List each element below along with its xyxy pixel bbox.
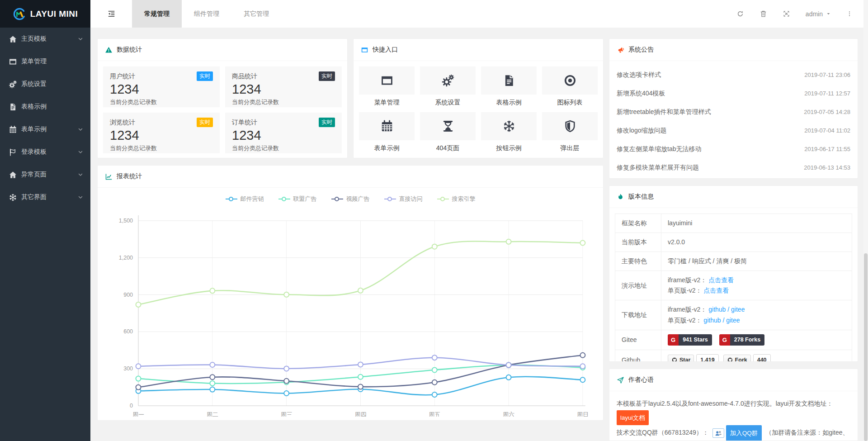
card-title: 快捷入口 — [373, 46, 398, 54]
github-star-count[interactable]: 1,419 — [696, 354, 718, 362]
shield-icon — [563, 119, 577, 133]
version-row-label: Gitee — [615, 330, 661, 350]
github-star-button[interactable]: Star — [668, 355, 694, 362]
legend-item-union-ads[interactable]: 联盟广告 — [278, 195, 317, 203]
download-link-github[interactable]: github — [708, 306, 726, 313]
svg-text:600: 600 — [123, 328, 133, 335]
topbar-actions: admin — [736, 10, 868, 18]
tab-component-manage[interactable]: 组件管理 — [182, 0, 231, 28]
notice-item[interactable]: 修改logo缩放问题2019-07-04 11:02 — [617, 121, 850, 140]
quick-tile-system-settings[interactable]: 系统设置 — [420, 66, 476, 107]
quick-tile-button-demo[interactable]: 按钮示例 — [481, 112, 537, 152]
quick-tile-popup-layer[interactable]: 弹出层 — [542, 112, 598, 152]
svg-text:900: 900 — [123, 292, 133, 298]
quick-tile-form-demo[interactable]: 表单示例 — [359, 112, 415, 152]
download-link-gitee[interactable]: gitee — [731, 306, 745, 313]
legend-item-search-engine[interactable]: 搜索引擎 — [437, 195, 476, 203]
svg-text:周三: 周三 — [281, 411, 292, 417]
stat-box-users[interactable]: 用户统计实时 1234 当前分类总记录数 — [103, 66, 220, 107]
sidebar-item-error-pages[interactable]: 异常页面 — [0, 163, 90, 186]
fullscreen-icon[interactable] — [783, 10, 790, 18]
author-card: 作者心语 本模板基于layui2.5.4以及font-awesome-4.7.0… — [609, 369, 858, 441]
stats-card: 数据统计 用户统计实时 1234 当前分类总记录数 商品统计实时 1234 当前… — [97, 38, 348, 158]
demo-link-iframe[interactable]: 点击查看 — [708, 276, 734, 284]
quick-card-header: 快捷入口 — [354, 39, 603, 61]
status-badge: 实时 — [319, 71, 335, 81]
sidebar-item-form-demo[interactable]: 表单示例 — [0, 118, 90, 141]
stat-box-goods[interactable]: 商品统计实时 1234 当前分类总记录数 — [225, 66, 342, 107]
quick-tile-table-demo[interactable]: 表格示例 — [481, 66, 537, 107]
join-qq-group-button[interactable]: 加入QQ群 — [712, 425, 762, 441]
more-options-icon[interactable] — [846, 10, 853, 18]
sidebar-item-label: 系统设置 — [21, 80, 47, 88]
notice-item[interactable]: 修复左侧菜单缩放tab无法移动2019-06-17 11:55 — [617, 140, 850, 158]
sidebar-item-login-template[interactable]: 登录模板 — [0, 141, 90, 163]
notice-text: 修改logo缩放问题 — [617, 127, 666, 135]
svg-text:0: 0 — [130, 403, 133, 409]
sidebar-item-home-template[interactable]: 主页模板 — [0, 28, 90, 50]
sidebar-item-system-settings[interactable]: 系统设置 — [0, 73, 90, 95]
version-row-label: 框架名称 — [615, 214, 661, 233]
gitee-stars-count: 941 Stars — [679, 334, 712, 346]
refresh-icon[interactable] — [736, 10, 744, 18]
quick-tile-404-page[interactable]: 404页面 — [420, 112, 476, 152]
chevron-down-icon — [78, 36, 83, 42]
notice-date: 2019-07-11 12:57 — [804, 90, 850, 97]
sidebar-item-label: 登录模板 — [21, 148, 47, 156]
version-card: 版本信息 框架名称layuimini 当前版本v2.0.0 主要特色零门槛 / … — [609, 185, 858, 362]
chevron-down-icon — [78, 127, 83, 132]
snowflake-icon — [502, 119, 516, 133]
sidebar-item-menu-manage[interactable]: 菜单管理 — [0, 50, 90, 73]
sidebar-toggle-button[interactable] — [90, 0, 132, 28]
octocat-icon — [727, 357, 733, 362]
app-logo[interactable]: LAYUI MINI — [0, 0, 90, 28]
vertical-scrollbar[interactable] — [863, 0, 868, 441]
legend-item-direct[interactable]: 直接访问 — [384, 195, 423, 203]
version-row-label: 演示地址 — [615, 271, 661, 300]
quick-tile-icon-list[interactable]: 图标列表 — [542, 66, 598, 107]
download-links: iframe版-v2： github / gitee 单页版-v2： githu… — [661, 300, 852, 330]
version-table: 框架名称layuimini 当前版本v2.0.0 主要特色零门槛 / 响应式 /… — [615, 213, 852, 362]
github-fork-count[interactable]: 440 — [753, 354, 771, 362]
notice-item[interactable]: 新增treetable插件和菜单管理样式2019-07-05 14:28 — [617, 103, 850, 121]
download-link-github[interactable]: github — [703, 317, 721, 324]
tab-general-manage[interactable]: 常规管理 — [132, 0, 182, 28]
fire-icon — [617, 193, 624, 201]
sidebar-item-other-ui[interactable]: 其它界面 — [0, 186, 90, 209]
demo-prefix: 单页版-v2： — [668, 287, 702, 294]
notice-item[interactable]: 修复多模块菜单栏展开有问题2019-06-13 14:53 — [617, 158, 850, 177]
status-badge: 实时 — [197, 71, 213, 81]
user-menu[interactable]: admin — [806, 10, 831, 18]
legend-item-video-ads[interactable]: 视频广告 — [331, 195, 370, 203]
stat-box-views[interactable]: 浏览统计实时 1234 当前分类总记录数 — [103, 113, 220, 153]
logo-text: LAYUI MINI — [30, 9, 78, 19]
tab-other-manage[interactable]: 其它管理 — [231, 0, 281, 28]
layui-doc-badge[interactable]: layui文档 — [617, 410, 649, 425]
stat-box-orders[interactable]: 订单统计实时 1234 当前分类总记录数 — [225, 113, 342, 153]
sidebar-item-table-demo[interactable]: 表格示例 — [0, 95, 90, 118]
notice-item[interactable]: 修改选项卡样式2019-07-11 23:06 — [617, 66, 850, 84]
notice-item[interactable]: 新增系统404模板2019-07-11 12:57 — [617, 84, 850, 103]
quick-label: 图标列表 — [542, 99, 598, 107]
tab-label: 组件管理 — [194, 10, 219, 18]
status-badge: 实时 — [197, 118, 213, 127]
gears-icon — [441, 74, 455, 87]
gitee-stars-badge[interactable]: G941 Stars — [668, 334, 712, 346]
legend-item-email[interactable]: 邮件营销 — [226, 195, 264, 203]
author-line1: 本模板基于layui2.5.4以及font-awesome-4.7.0进行实现。… — [617, 400, 833, 407]
scrollbar-thumb[interactable] — [864, 253, 868, 441]
download-link-gitee[interactable]: gitee — [726, 317, 740, 324]
stat-label: 浏览统计 — [110, 119, 135, 127]
notice-text: 修复左侧菜单缩放tab无法移动 — [617, 145, 701, 153]
gitee-forks-badge[interactable]: G278 Forks — [719, 334, 765, 346]
stat-sub: 当前分类总记录数 — [232, 144, 335, 152]
quick-tile-menu-manage[interactable]: 菜单管理 — [359, 66, 415, 107]
trash-icon[interactable] — [760, 10, 767, 18]
svg-text:周五: 周五 — [429, 411, 440, 417]
demo-link-spa[interactable]: 点击查看 — [703, 287, 729, 294]
github-star-label: Star — [679, 356, 690, 362]
caret-down-icon — [826, 11, 831, 16]
tab-label: 其它管理 — [244, 10, 269, 18]
notice-date: 2019-06-13 14:53 — [804, 164, 850, 171]
github-fork-button[interactable]: Fork — [723, 355, 751, 362]
